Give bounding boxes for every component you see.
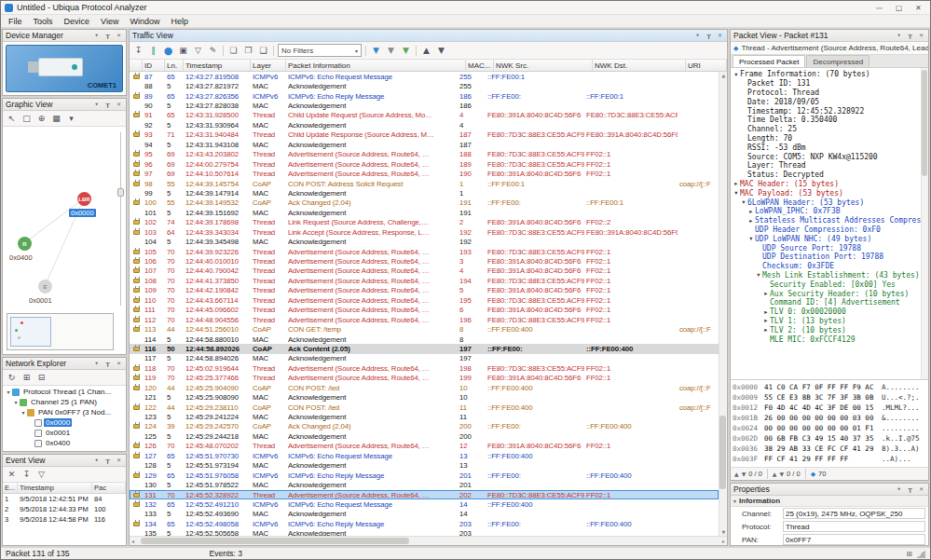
collapse-all-icon[interactable]: ⊟: [34, 371, 48, 384]
packet-tree-row[interactable]: Packet ID: 131: [731, 79, 921, 89]
packet-tree-row[interactable]: ▾Frame Information: (70 bytes): [731, 70, 921, 79]
close-icon[interactable]: ✕: [115, 101, 123, 108]
comment-delete-icon[interactable]: ❐: [241, 44, 255, 57]
packet-tree-row[interactable]: Protocol: Thread: [731, 89, 921, 98]
traffic-row[interactable]: 1197012:45:25.377466ThreadAdvertisement …: [130, 374, 719, 383]
traffic-row[interactable]: 128512:45:51.973194MACAcknowledgement13: [130, 461, 719, 471]
packet-tree-row[interactable]: Length: 70: [731, 134, 921, 143]
packet-summary-dropdown[interactable]: ◆ Thread - Advertisement (Source Address…: [731, 42, 928, 55]
node-router[interactable]: R: [18, 237, 32, 251]
tree-item-0x0400[interactable]: 0x0400: [3, 438, 126, 448]
packet-tree-row[interactable]: ▸Stateless Multicast Addresses Compressi…: [731, 216, 921, 225]
expand-all-icon[interactable]: ⊞: [20, 371, 34, 384]
traffic-row[interactable]: 104512:44:39.345498MACAcknowledgement192: [130, 237, 719, 246]
properties-section[interactable]: ▾ Information: [731, 496, 928, 507]
traffic-row[interactable]: 876512:43:27.819508ICMPv6ICMPv6: Echo Re…: [130, 72, 719, 81]
collapse-icon[interactable]: ▾: [747, 235, 755, 242]
tab-processed-packet[interactable]: Processed Packet: [732, 55, 805, 67]
close-icon[interactable]: ✕: [917, 32, 925, 39]
traffic-row[interactable]: 1117012:44:45.096602ThreadAdvertisement …: [130, 306, 719, 315]
packet-tree-scroll-thumb[interactable]: [922, 70, 927, 176]
traffic-row[interactable]: 966912:44:00.279754ThreadAdvertisement (…: [130, 159, 719, 169]
expand-icon[interactable]: ▸: [732, 180, 740, 187]
pin-icon[interactable]: ┰: [103, 457, 112, 464]
packet-tree-row[interactable]: Layer: Thread: [731, 161, 921, 171]
expand-icon[interactable]: ▸: [747, 208, 755, 215]
layout-icon[interactable]: ▦: [49, 112, 63, 125]
hex-row[interactable]: 0x002D00 6B FB C3 49 15 40 37 35.k..I.@7…: [732, 433, 926, 444]
traffic-row[interactable]: 88512:43:27.821972MACAcknowledgement255: [130, 81, 719, 90]
property-value[interactable]: 25 (0x19), 2475 MHz, OQPSK_250: [783, 508, 925, 519]
traffic-row[interactable]: 1097012:44:42.190842ThreadAdvertisement …: [130, 286, 719, 295]
close-icon[interactable]: ✕: [716, 32, 724, 39]
scroll-up-arrow-icon[interactable]: ▲: [719, 73, 727, 78]
horizontal-scrollbar[interactable]: ◂ ▸: [130, 536, 727, 545]
pan-tool-icon[interactable]: ⊕: [34, 112, 48, 125]
hex-row[interactable]: 0x000041 C0 CA F7 0F FF FF F9 ACA.......…: [732, 382, 926, 392]
packet-tree-row[interactable]: Timestamp: 12:45:52.328922: [731, 106, 921, 116]
packet-tree-row[interactable]: ▸TLV 0: 0x00020000: [731, 307, 921, 317]
traffic-row[interactable]: 1296512:45:51.976058ICMPv6ICMPv6: Echo R…: [130, 471, 719, 480]
vertical-scrollbar[interactable]: ▲ ▼: [719, 72, 727, 536]
packet-tree-scrollbar[interactable]: [921, 68, 928, 379]
packet-tree-row[interactable]: Command ID: [4] Advertisement: [731, 298, 921, 307]
close-window-button[interactable]: ✕: [910, 2, 926, 13]
minimap[interactable]: [7, 313, 114, 350]
hex-row[interactable]: 0x000955 CE E3 8B 3C 7F 3F 3B 0BU...<.?;…: [732, 392, 926, 403]
packet-tree-row[interactable]: Security Enabled: [0x00] Yes: [731, 280, 921, 289]
comment-add-icon[interactable]: ❏: [226, 44, 240, 57]
traffic-row[interactable]: 133512:45:52.493690MACAcknowledgement14: [130, 510, 719, 519]
hex-row[interactable]: 0x001B26 00 00 00 00 00 00 03 00&.......…: [732, 413, 926, 423]
traffic-col-header-nwk-dst[interactable]: NWK Dst.: [593, 60, 686, 71]
close-icon[interactable]: ✕: [115, 457, 123, 464]
packet-tree-row[interactable]: UDP Source Port: 19788: [731, 243, 921, 253]
traffic-row[interactable]: 1127012:44:48.904556ThreadAdvertisement …: [130, 315, 719, 324]
refresh-icon[interactable]: ↻: [5, 371, 19, 384]
filter-new-icon[interactable]: ▼: [399, 44, 413, 57]
last-packet-icon[interactable]: ▼: [434, 44, 448, 57]
horizontal-scroll-thumb[interactable]: [141, 538, 409, 544]
traffic-row[interactable]: 99512:44:39.147914MACAcknowledgement1: [130, 188, 719, 198]
expander-icon[interactable]: ▾: [20, 409, 27, 416]
expander-icon[interactable]: ▾: [5, 389, 12, 395]
close-icon[interactable]: ✕: [115, 360, 123, 367]
pin-icon[interactable]: ┰: [103, 32, 112, 39]
pin-icon[interactable]: ┰: [906, 32, 914, 39]
traffic-row[interactable]: 1036412:44:39.343034ThreadLink Accept (S…: [130, 227, 719, 237]
vertical-scroll-thumb[interactable]: [719, 416, 726, 490]
search-prev-icon[interactable]: ▲: [734, 471, 739, 477]
packet-tree-row[interactable]: Time Delta: 0.350400: [731, 116, 921, 125]
panel-menu-icon[interactable]: ▾: [693, 32, 702, 39]
layout-menu-icon[interactable]: ▾: [64, 112, 78, 125]
menu-item-window[interactable]: Window: [124, 15, 165, 27]
traffic-row[interactable]: 1134412:44:51.256010CoAPCON GET: /temp8:…: [130, 324, 719, 334]
node-lbr[interactable]: LBR: [77, 192, 91, 206]
packet-tree-row[interactable]: ▸Aux Security Header: (10 bytes): [731, 289, 921, 298]
event-col-header-timestamp[interactable]: Timestamp: [18, 483, 92, 493]
search-next-icon[interactable]: ▼: [779, 471, 784, 477]
packet-tree-row[interactable]: UDP Destination Port: 19788: [731, 253, 921, 262]
traffic-row[interactable]: 94512:43:31.943108MACAcknowledgement187: [130, 140, 719, 149]
collapse-icon[interactable]: ▾: [732, 189, 740, 197]
menu-item-tools[interactable]: Tools: [28, 15, 59, 27]
pin-icon[interactable]: ┰: [906, 485, 914, 493]
clear-events-icon[interactable]: ✕: [5, 468, 19, 481]
packet-tree-row[interactable]: ▾MAC Payload: (53 bytes): [731, 188, 921, 198]
minimap-viewport[interactable]: [10, 317, 51, 347]
collapse-icon[interactable]: ▾: [755, 271, 762, 279]
tab-decompressed[interactable]: Decompressed: [806, 55, 869, 67]
export-icon[interactable]: ↧: [131, 44, 145, 57]
packet-tree-row[interactable]: ▸TLV 1: (13 bytes): [731, 317, 921, 326]
resize-grip[interactable]: [916, 549, 925, 558]
packet-tree-row[interactable]: MLE MIC: 0xFCCF4129: [731, 335, 921, 344]
panel-menu-icon[interactable]: ▾: [92, 457, 101, 464]
traffic-row[interactable]: 1005512:44:39.149532CoAPAck Changed (2.0…: [130, 198, 719, 208]
event-col-header-e[interactable]: E...: [3, 483, 18, 493]
packet-tree-row[interactable]: Channel: 25: [731, 125, 921, 134]
traffic-col-header-uri[interactable]: URI: [686, 60, 727, 71]
device-card[interactable]: COMET1: [6, 45, 123, 92]
traffic-row[interactable]: 1087012:44:41.373850ThreadAdvertisement …: [130, 276, 719, 285]
pin-icon[interactable]: ┰: [103, 360, 112, 367]
traffic-col-header-timestamp[interactable]: Timestamp: [184, 60, 251, 71]
panel-menu-icon[interactable]: ▾: [895, 32, 903, 39]
